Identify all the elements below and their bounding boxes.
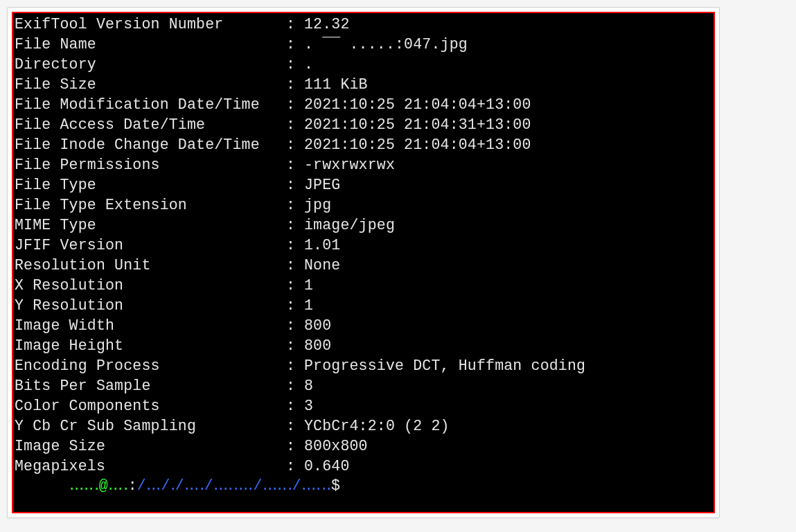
exif-value: Progressive DCT, Huffman coding bbox=[304, 356, 712, 376]
exif-value: 800 bbox=[304, 336, 712, 356]
exif-label: Resolution Unit bbox=[15, 256, 286, 276]
exif-row: Image Size : 800x800 bbox=[15, 436, 712, 456]
exif-label: File Size bbox=[15, 75, 286, 95]
exif-separator: : bbox=[286, 55, 304, 75]
exif-value: None bbox=[304, 256, 712, 276]
exif-separator: : bbox=[286, 236, 304, 256]
exif-label: Image Size bbox=[15, 436, 286, 456]
exif-separator: : bbox=[286, 376, 304, 396]
exif-value: . bbox=[304, 55, 712, 75]
exif-separator: : bbox=[286, 115, 304, 135]
exif-value: JPEG bbox=[304, 175, 712, 195]
exif-label: Image Height bbox=[15, 336, 286, 356]
exif-row: MIME Type : image/jpeg bbox=[15, 215, 712, 236]
exif-value: 800x800 bbox=[304, 436, 712, 456]
exif-row: File Modification Date/Time : 2021:10:25… bbox=[15, 95, 712, 115]
exif-row: Y Cb Cr Sub Sampling : YCbCr4:2:0 (2 2) bbox=[15, 416, 712, 436]
exif-row: File Type Extension : jpg bbox=[15, 195, 712, 215]
exif-value: YCbCr4:2:0 (2 2) bbox=[304, 416, 712, 436]
exif-separator: : bbox=[286, 396, 304, 416]
exif-label: File Name bbox=[15, 35, 286, 55]
exif-label: Directory bbox=[15, 55, 286, 75]
exif-separator: : bbox=[286, 175, 304, 195]
exif-label: Y Resolution bbox=[15, 296, 286, 316]
exif-separator: : bbox=[286, 75, 304, 95]
exif-row: Image Width : 800 bbox=[15, 316, 712, 336]
exif-label: File Type bbox=[15, 175, 286, 195]
exif-separator: : bbox=[286, 416, 304, 436]
exif-value: 2021:10:25 21:04:04+13:00 bbox=[304, 95, 712, 115]
exif-value: 1 bbox=[304, 296, 712, 316]
exif-row: File Size : 111 KiB bbox=[15, 75, 712, 95]
exif-value: 0.640 bbox=[304, 456, 712, 477]
exif-row: Color Components : 3 bbox=[15, 396, 712, 416]
exif-separator: : bbox=[286, 135, 304, 155]
exif-value: 12.32 bbox=[304, 15, 712, 35]
exif-row: Encoding Process : Progressive DCT, Huff… bbox=[15, 356, 712, 376]
exif-separator: : bbox=[286, 336, 304, 356]
exif-row: Image Height : 800 bbox=[15, 336, 712, 356]
exif-separator: : bbox=[286, 195, 304, 215]
exif-label: File Inode Change Date/Time bbox=[15, 135, 286, 155]
exif-label: JFIF Version bbox=[15, 236, 286, 256]
prompt-user-host: ․․․․․․@․․․․ bbox=[69, 477, 128, 494]
exif-row: File Permissions : -rwxrwxrwx bbox=[15, 155, 712, 175]
exif-row: File Name : . ‾‾ .....:047.jpg bbox=[15, 35, 712, 55]
exif-separator: : bbox=[286, 276, 304, 296]
exif-row: Y Resolution : 1 bbox=[15, 296, 712, 316]
exif-separator: : bbox=[286, 15, 304, 35]
exif-row: File Type : JPEG bbox=[15, 175, 712, 195]
exif-value: 800 bbox=[304, 316, 712, 336]
exif-value: 111 KiB bbox=[304, 75, 712, 95]
exif-separator: : bbox=[286, 215, 304, 236]
exif-label: Color Components bbox=[15, 396, 286, 416]
exif-label: File Modification Date/Time bbox=[15, 95, 286, 115]
exif-value: 2021:10:25 21:04:04+13:00 bbox=[304, 135, 712, 155]
exif-label: Bits Per Sample bbox=[15, 376, 286, 396]
exif-value: -rwxrwxrwx bbox=[304, 155, 712, 175]
exif-label: Y Cb Cr Sub Sampling bbox=[15, 416, 286, 436]
exif-value: . ‾‾ .....:047.jpg bbox=[304, 35, 712, 55]
exif-separator: : bbox=[286, 356, 304, 376]
exif-separator: : bbox=[286, 256, 304, 276]
exif-row: JFIF Version : 1.01 bbox=[15, 236, 712, 256]
exif-row: Directory : . bbox=[15, 55, 712, 75]
prompt-colon: : bbox=[128, 477, 137, 494]
exif-label: File Type Extension bbox=[15, 195, 286, 215]
exif-label: File Access Date/Time bbox=[15, 115, 286, 135]
prompt-path: /․․․/․/․․․․/․․․․․․․․/․․․․․․/․․․․․․ bbox=[137, 477, 331, 494]
exif-label: Encoding Process bbox=[15, 356, 286, 376]
exif-label: ExifTool Version Number bbox=[15, 15, 286, 35]
terminal-window: ExifTool Version Number : 12.32 File Nam… bbox=[12, 12, 715, 513]
exif-value: 1 bbox=[304, 276, 712, 296]
exif-row: ExifTool Version Number : 12.32 bbox=[15, 15, 712, 35]
exif-value: jpg bbox=[304, 195, 712, 215]
exif-separator: : bbox=[286, 95, 304, 115]
exif-value: 3 bbox=[304, 396, 712, 416]
exif-label: File Permissions bbox=[15, 155, 286, 175]
exif-value: 2021:10:25 21:04:31+13:00 bbox=[304, 115, 712, 135]
exif-separator: : bbox=[286, 436, 304, 456]
screenshot-frame: ExifTool Version Number : 12.32 File Nam… bbox=[7, 7, 720, 518]
shell-prompt[interactable]: ․․․․․․@․․․․:/․․․/․/․․․․/․․․․․․․․/․․․․․․/… bbox=[15, 456, 340, 513]
exif-label: Image Width bbox=[15, 316, 286, 336]
exif-row: Bits Per Sample : 8 bbox=[15, 376, 712, 396]
exif-label: X Resolution bbox=[15, 276, 286, 296]
prompt-suffix: $ bbox=[331, 477, 340, 494]
exif-row: File Inode Change Date/Time : 2021:10:25… bbox=[15, 135, 712, 155]
exif-value: 1.01 bbox=[304, 236, 712, 256]
exif-separator: : bbox=[286, 35, 304, 55]
exif-row: Resolution Unit : None bbox=[15, 256, 712, 276]
exif-row: X Resolution : 1 bbox=[15, 276, 712, 296]
exif-label: MIME Type bbox=[15, 215, 286, 236]
exif-separator: : bbox=[286, 316, 304, 336]
exif-separator: : bbox=[286, 296, 304, 316]
exif-value: image/jpeg bbox=[304, 215, 712, 236]
exif-value: 8 bbox=[304, 376, 712, 396]
exif-separator: : bbox=[286, 155, 304, 175]
exif-row: File Access Date/Time : 2021:10:25 21:04… bbox=[15, 115, 712, 135]
